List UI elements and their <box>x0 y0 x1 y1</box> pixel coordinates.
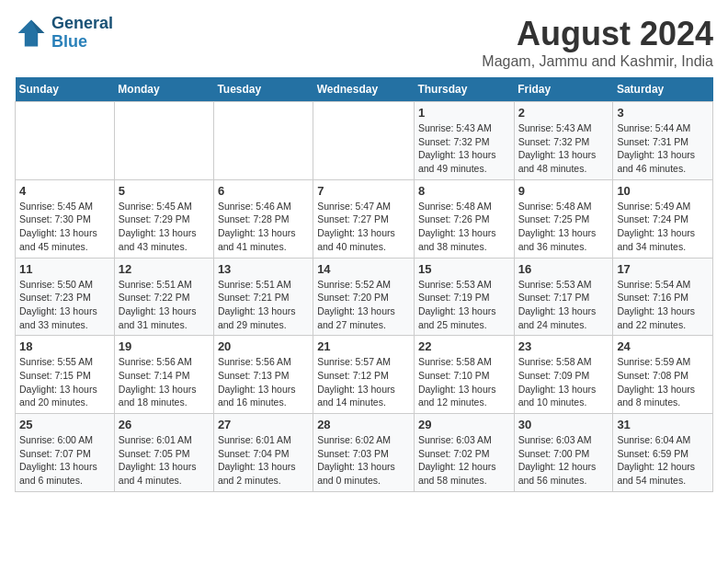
day-number: 30 <box>518 418 609 431</box>
day-number: 11 <box>19 262 110 276</box>
day-number: 15 <box>418 262 510 276</box>
calendar-cell: 24Sunrise: 5:59 AM Sunset: 7:08 PM Dayli… <box>613 336 713 414</box>
day-number: 26 <box>119 418 210 431</box>
column-header-tuesday: Tuesday <box>213 77 313 102</box>
day-number: 8 <box>418 184 510 198</box>
column-header-thursday: Thursday <box>414 77 514 102</box>
cell-info: Sunrise: 5:44 AM Sunset: 7:31 PM Dayligh… <box>617 121 709 176</box>
calendar-cell: 26Sunrise: 6:01 AM Sunset: 7:05 PM Dayli… <box>114 414 213 492</box>
calendar-cell: 5Sunrise: 5:45 AM Sunset: 7:29 PM Daylig… <box>114 179 213 258</box>
calendar-cell: 4Sunrise: 5:45 AM Sunset: 7:30 PM Daylig… <box>16 179 115 258</box>
day-number: 19 <box>119 339 210 353</box>
calendar-cell: 28Sunrise: 6:02 AM Sunset: 7:03 PM Dayli… <box>313 414 415 492</box>
column-header-sunday: Sunday <box>16 77 115 102</box>
calendar-cell: 16Sunrise: 5:53 AM Sunset: 7:17 PM Dayli… <box>514 258 613 336</box>
cell-info: Sunrise: 5:51 AM Sunset: 7:22 PM Dayligh… <box>119 278 210 332</box>
calendar-cell: 31Sunrise: 6:04 AM Sunset: 6:59 PM Dayli… <box>613 414 713 492</box>
cell-info: Sunrise: 5:55 AM Sunset: 7:15 PM Dayligh… <box>19 355 110 409</box>
day-number: 4 <box>19 184 110 198</box>
calendar-cell: 30Sunrise: 6:03 AM Sunset: 7:00 PM Dayli… <box>514 414 613 492</box>
calendar-cell: 27Sunrise: 6:01 AM Sunset: 7:04 PM Dayli… <box>213 414 313 492</box>
day-number: 6 <box>218 184 309 198</box>
calendar-cell: 2Sunrise: 5:43 AM Sunset: 7:32 PM Daylig… <box>514 102 613 180</box>
calendar-cell: 29Sunrise: 6:03 AM Sunset: 7:02 PM Dayli… <box>414 414 514 492</box>
calendar-week-1: 1Sunrise: 5:43 AM Sunset: 7:32 PM Daylig… <box>16 102 713 180</box>
cell-info: Sunrise: 5:53 AM Sunset: 7:17 PM Dayligh… <box>518 278 609 332</box>
calendar-table: SundayMondayTuesdayWednesdayThursdayFrid… <box>15 77 713 492</box>
calendar-cell <box>313 102 415 180</box>
cell-info: Sunrise: 5:49 AM Sunset: 7:24 PM Dayligh… <box>617 200 709 254</box>
calendar-cell: 20Sunrise: 5:56 AM Sunset: 7:13 PM Dayli… <box>213 336 313 414</box>
cell-info: Sunrise: 5:45 AM Sunset: 7:30 PM Dayligh… <box>19 200 110 254</box>
header-row: SundayMondayTuesdayWednesdayThursdayFrid… <box>16 77 713 102</box>
column-header-wednesday: Wednesday <box>313 77 415 102</box>
day-number: 20 <box>218 339 309 353</box>
day-number: 31 <box>617 418 709 431</box>
day-number: 28 <box>317 418 410 431</box>
cell-info: Sunrise: 5:43 AM Sunset: 7:32 PM Dayligh… <box>518 121 609 176</box>
day-number: 25 <box>19 418 110 431</box>
day-number: 27 <box>218 418 309 431</box>
calendar-cell: 8Sunrise: 5:48 AM Sunset: 7:26 PM Daylig… <box>414 179 514 258</box>
day-number: 7 <box>317 184 410 198</box>
cell-info: Sunrise: 6:01 AM Sunset: 7:04 PM Dayligh… <box>218 433 309 488</box>
day-number: 21 <box>317 339 410 353</box>
day-number: 13 <box>218 262 309 276</box>
column-header-saturday: Saturday <box>613 77 713 102</box>
calendar-cell: 23Sunrise: 5:58 AM Sunset: 7:09 PM Dayli… <box>514 336 613 414</box>
calendar-week-5: 25Sunrise: 6:00 AM Sunset: 7:07 PM Dayli… <box>16 414 713 492</box>
calendar-week-3: 11Sunrise: 5:50 AM Sunset: 7:23 PM Dayli… <box>16 258 713 336</box>
cell-info: Sunrise: 5:54 AM Sunset: 7:16 PM Dayligh… <box>617 278 709 332</box>
cell-info: Sunrise: 5:58 AM Sunset: 7:10 PM Dayligh… <box>418 355 510 409</box>
calendar-cell: 14Sunrise: 5:52 AM Sunset: 7:20 PM Dayli… <box>313 258 415 336</box>
calendar-cell: 10Sunrise: 5:49 AM Sunset: 7:24 PM Dayli… <box>613 179 713 258</box>
day-number: 18 <box>19 339 110 353</box>
day-number: 22 <box>418 339 510 353</box>
day-number: 24 <box>617 339 709 353</box>
day-number: 17 <box>617 262 709 276</box>
page-header: General Blue August 2024 Magam, Jammu an… <box>15 15 713 70</box>
cell-info: Sunrise: 5:45 AM Sunset: 7:29 PM Dayligh… <box>119 200 210 254</box>
subtitle: Magam, Jammu and Kashmir, India <box>482 53 713 70</box>
calendar-cell: 19Sunrise: 5:56 AM Sunset: 7:14 PM Dayli… <box>114 336 213 414</box>
cell-info: Sunrise: 6:03 AM Sunset: 7:00 PM Dayligh… <box>518 433 609 488</box>
cell-info: Sunrise: 5:56 AM Sunset: 7:14 PM Dayligh… <box>119 355 210 409</box>
calendar-cell: 21Sunrise: 5:57 AM Sunset: 7:12 PM Dayli… <box>313 336 415 414</box>
cell-info: Sunrise: 6:04 AM Sunset: 6:59 PM Dayligh… <box>617 433 709 488</box>
cell-info: Sunrise: 5:53 AM Sunset: 7:19 PM Dayligh… <box>418 278 510 332</box>
logo: General Blue <box>15 15 113 52</box>
calendar-cell: 11Sunrise: 5:50 AM Sunset: 7:23 PM Dayli… <box>16 258 115 336</box>
calendar-cell: 6Sunrise: 5:46 AM Sunset: 7:28 PM Daylig… <box>213 179 313 258</box>
calendar-cell: 22Sunrise: 5:58 AM Sunset: 7:10 PM Dayli… <box>414 336 514 414</box>
day-number: 23 <box>518 339 609 353</box>
calendar-cell: 9Sunrise: 5:48 AM Sunset: 7:25 PM Daylig… <box>514 179 613 258</box>
day-number: 29 <box>418 418 510 431</box>
cell-info: Sunrise: 5:59 AM Sunset: 7:08 PM Dayligh… <box>617 355 709 409</box>
day-number: 3 <box>617 106 709 120</box>
main-title: August 2024 <box>482 15 713 53</box>
cell-info: Sunrise: 6:01 AM Sunset: 7:05 PM Dayligh… <box>119 433 210 488</box>
logo-text: General Blue <box>51 15 113 52</box>
calendar-cell: 1Sunrise: 5:43 AM Sunset: 7:32 PM Daylig… <box>414 102 514 180</box>
column-header-monday: Monday <box>114 77 213 102</box>
column-header-friday: Friday <box>514 77 613 102</box>
calendar-cell: 25Sunrise: 6:00 AM Sunset: 7:07 PM Dayli… <box>16 414 115 492</box>
cell-info: Sunrise: 5:56 AM Sunset: 7:13 PM Dayligh… <box>218 355 309 409</box>
cell-info: Sunrise: 5:58 AM Sunset: 7:09 PM Dayligh… <box>518 355 609 409</box>
cell-info: Sunrise: 5:47 AM Sunset: 7:27 PM Dayligh… <box>317 200 410 254</box>
cell-info: Sunrise: 5:57 AM Sunset: 7:12 PM Dayligh… <box>317 355 410 409</box>
day-number: 10 <box>617 184 709 198</box>
cell-info: Sunrise: 6:03 AM Sunset: 7:02 PM Dayligh… <box>418 433 510 488</box>
calendar-week-4: 18Sunrise: 5:55 AM Sunset: 7:15 PM Dayli… <box>16 336 713 414</box>
calendar-cell: 13Sunrise: 5:51 AM Sunset: 7:21 PM Dayli… <box>213 258 313 336</box>
cell-info: Sunrise: 5:51 AM Sunset: 7:21 PM Dayligh… <box>218 278 309 332</box>
day-number: 14 <box>317 262 410 276</box>
cell-info: Sunrise: 5:48 AM Sunset: 7:25 PM Dayligh… <box>518 200 609 254</box>
day-number: 5 <box>119 184 210 198</box>
day-number: 16 <box>518 262 609 276</box>
calendar-cell: 17Sunrise: 5:54 AM Sunset: 7:16 PM Dayli… <box>613 258 713 336</box>
calendar-week-2: 4Sunrise: 5:45 AM Sunset: 7:30 PM Daylig… <box>16 179 713 258</box>
calendar-cell: 3Sunrise: 5:44 AM Sunset: 7:31 PM Daylig… <box>613 102 713 180</box>
cell-info: Sunrise: 6:02 AM Sunset: 7:03 PM Dayligh… <box>317 433 410 488</box>
calendar-cell <box>16 102 115 180</box>
